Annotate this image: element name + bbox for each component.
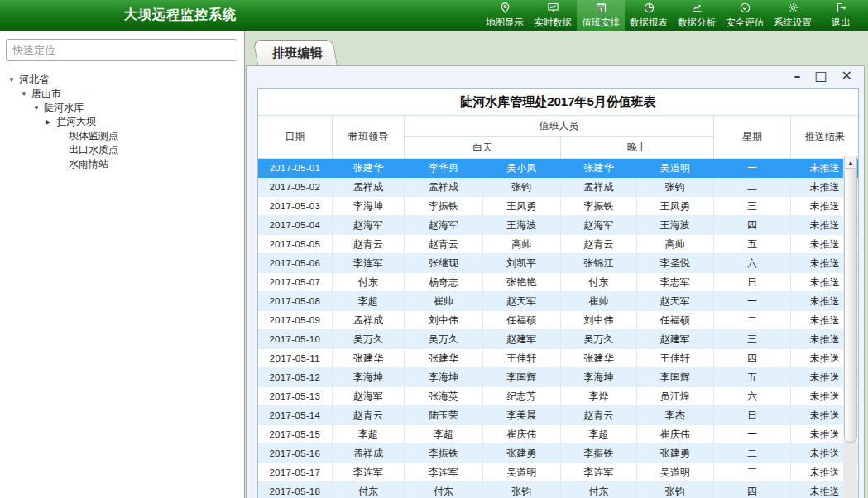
- cell-leader: 李连军: [332, 254, 405, 273]
- cell-leader: 张建华: [332, 349, 405, 368]
- cell-night-1: 张锦江: [560, 254, 636, 273]
- table-row[interactable]: 2017-05-17李连军李连军吴道明李连军吴道明三未推送: [258, 463, 858, 482]
- nav-item-realtime-data[interactable]: 实时数据: [529, 0, 577, 31]
- table-scrollbar[interactable]: ▲: [843, 156, 857, 498]
- table-row[interactable]: 2017-05-11张建华张建华王佳轩张建华王佳轩四未推送: [258, 349, 858, 368]
- cell-night-1: 付东: [560, 273, 636, 292]
- cell-day-2: 崔庆伟: [482, 425, 560, 444]
- cell-night-1: 李振铁: [560, 444, 636, 463]
- cell-day-1: 付东: [405, 482, 482, 498]
- cell-night-1: 孟祥成: [560, 178, 636, 197]
- cell-night-2: 张钧: [636, 178, 713, 197]
- chevron-down-icon[interactable]: ▼: [21, 87, 31, 101]
- tree-item[interactable]: ▼陡河水库: [3, 101, 242, 115]
- cell-weekday: 三: [713, 463, 791, 482]
- cell-night-1: 崔帅: [560, 292, 636, 311]
- cell-night-2: 李国辉: [636, 368, 713, 387]
- cell-date: 2017-05-18: [258, 482, 332, 498]
- cell-day-2: 吴小凤: [482, 159, 560, 178]
- cell-date: 2017-05-09: [258, 311, 332, 330]
- scrollbar-thumb[interactable]: [844, 170, 857, 443]
- table-row[interactable]: 2017-05-08李超崔帅赵天军崔帅赵天军一未推送: [258, 292, 858, 311]
- cell-leader: 付东: [332, 273, 405, 292]
- nav-item-system-settings[interactable]: 系统设置: [769, 0, 817, 31]
- cell-day-1: 陆玉荣: [405, 406, 482, 425]
- nav-item-safety-evaluation[interactable]: 安全评估: [721, 0, 769, 31]
- tree-item-label: 拦河大坝: [56, 116, 96, 127]
- cell-night-2: 赵建军: [636, 330, 713, 349]
- tree-item[interactable]: ▼唐山市: [3, 87, 242, 101]
- table-row[interactable]: 2017-05-03李海坤李振铁王凤勇李振铁王凤勇三未推送: [258, 197, 858, 216]
- cell-night-1: 刘中伟: [560, 311, 636, 330]
- cell-date: 2017-05-13: [258, 387, 332, 406]
- scrollbar-up-icon[interactable]: ▲: [844, 156, 857, 169]
- table-row[interactable]: 2017-05-04赵海军赵海军王海波赵海军王海波四未推送: [258, 216, 858, 235]
- cell-night-2: 员江煌: [636, 387, 713, 406]
- cell-night-2: 张钧: [636, 482, 713, 498]
- nav-item-data-report[interactable]: 数据报表: [625, 0, 673, 31]
- nav-item-map-display[interactable]: 地图显示: [481, 0, 529, 31]
- table-row[interactable]: 2017-05-18付东付东张钧付东张钧四未推送: [258, 482, 858, 498]
- table-row[interactable]: 2017-05-09孟祥成刘中伟任福硕刘中伟任福硕二未推送: [258, 311, 858, 330]
- chevron-right-icon[interactable]: ▶: [46, 115, 56, 129]
- cell-leader: 孟祥成: [332, 444, 405, 463]
- table-row[interactable]: 2017-05-13赵海军张海英纪志芳李烨员江煌六未推送: [258, 387, 858, 406]
- cell-night-2: 李志军: [636, 273, 713, 292]
- monitor-icon: [547, 2, 559, 14]
- search-input[interactable]: [6, 39, 237, 61]
- close-icon[interactable]: ✕: [842, 68, 852, 84]
- cell-leader: 孟祥成: [332, 311, 405, 330]
- chevron-down-icon[interactable]: ▼: [8, 73, 19, 87]
- cell-night-2: 王海波: [636, 216, 713, 235]
- tab-label: 排班编辑: [257, 40, 338, 65]
- cell-date: 2017-05-17: [258, 463, 332, 482]
- cell-day-2: 赵天军: [482, 292, 560, 311]
- cell-night-1: 张建华: [560, 159, 636, 178]
- scrollbar-track[interactable]: [844, 443, 857, 498]
- cell-day-2: 李国辉: [482, 368, 560, 387]
- nav-item-exit[interactable]: 退出: [817, 0, 865, 31]
- cell-night-2: 王凤勇: [636, 197, 713, 216]
- tree-item[interactable]: 出口水质点: [3, 143, 242, 157]
- cell-day-2: 张钧: [482, 178, 560, 197]
- tree-item-label: 坝体监测点: [69, 130, 118, 141]
- sidebar: ▼河北省▼唐山市▼陡河水库▶拦河大坝坝体监测点出口水质点水雨情站: [0, 31, 245, 498]
- table-row[interactable]: 2017-05-15李超李超崔庆伟李超崔庆伟一未推送: [258, 425, 858, 444]
- line-chart-icon: [691, 2, 703, 14]
- cell-leader: 孟祥成: [332, 178, 405, 197]
- cell-day-1: 刘中伟: [405, 311, 482, 330]
- table-row[interactable]: 2017-05-02孟祥成孟祥成张钧孟祥成张钧二未推送: [258, 178, 858, 197]
- nav-item-data-analysis[interactable]: 数据分析: [673, 0, 721, 31]
- cell-day-2: 张建勇: [482, 444, 560, 463]
- maximize-icon[interactable]: □: [814, 68, 827, 84]
- cell-weekday: 一: [713, 292, 791, 311]
- tab-schedule-edit[interactable]: 排班编辑: [257, 40, 338, 65]
- cell-weekday: 五: [713, 368, 791, 387]
- nav-item-duty-schedule[interactable]: 值班安排: [577, 0, 625, 31]
- table-row[interactable]: 2017-05-10吴万久吴万久赵建军吴万久赵建军三未推送: [258, 330, 858, 349]
- tree-item[interactable]: 水雨情站: [3, 157, 242, 171]
- table-row[interactable]: 2017-05-06李连军张继现刘凯平张锦江李圣悦六未推送: [258, 254, 858, 273]
- tree-item[interactable]: ▼河北省: [3, 73, 242, 87]
- cell-leader: 赵青云: [332, 235, 405, 254]
- tab-strip: 排班编辑: [245, 36, 868, 65]
- table-row[interactable]: 2017-05-16孟祥成李振铁张建勇李振铁张建勇二未推送: [258, 444, 858, 463]
- cell-day-1: 孟祥成: [405, 178, 482, 197]
- tree-item[interactable]: ▶拦河大坝: [3, 115, 242, 129]
- cell-day-2: 吴道明: [482, 463, 560, 482]
- duty-table-window: 陡河水库管理处2017年5月份值班表 日期 带班领导 值班人员 星期 推送结果: [257, 88, 859, 498]
- col-header-day: 白天: [405, 137, 561, 159]
- table-row[interactable]: 2017-05-12李海坤李海坤李国辉李海坤李国辉五未推送: [258, 368, 858, 387]
- table-row[interactable]: 2017-05-07付东杨奇志张艳艳付东李志军日未推送: [258, 273, 858, 292]
- chevron-down-icon[interactable]: ▼: [33, 101, 44, 115]
- tree-item[interactable]: 坝体监测点: [3, 129, 242, 143]
- cell-day-1: 李振铁: [405, 444, 482, 463]
- cell-day-2: 纪志芳: [482, 387, 560, 406]
- minimize-icon[interactable]: –: [794, 68, 800, 84]
- cell-day-1: 李振铁: [405, 197, 482, 216]
- table-row[interactable]: 2017-05-05赵青云赵青云高帅赵青云高帅五未推送: [258, 235, 858, 254]
- table-row[interactable]: 2017-05-14赵青云陆玉荣李美晨赵青云李杰日未推送: [258, 406, 858, 425]
- table-row[interactable]: 2017-05-01张建华李华男吴小凤张建华吴道明一未推送: [258, 159, 858, 178]
- cell-day-2: 刘凯平: [482, 254, 560, 273]
- col-header-weekday: 星期: [713, 116, 791, 159]
